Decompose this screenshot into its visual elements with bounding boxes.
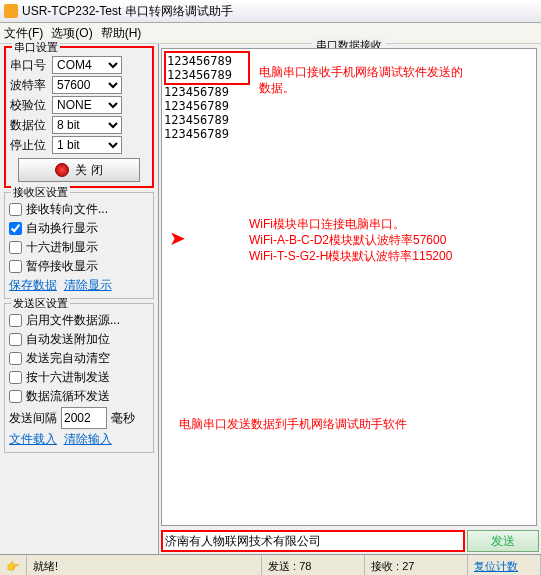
rx-settings-group: 接收区设置 接收转向文件...自动换行显示十六进制显示暂停接收显示 保存数据 清… (4, 192, 154, 299)
app-icon (4, 4, 18, 18)
menu-options[interactable]: 选项(O) (51, 25, 92, 42)
tx-settings-group: 发送区设置 启用文件数据源...自动发送附加位发送完自动清空按十六进制发送数据流… (4, 303, 154, 453)
serial-settings-group: 串口设置 串口号COM4 波特率57600 校验位NONE 数据位8 bit 停… (4, 46, 154, 188)
rx-data-area[interactable]: 123456789123456789 123456789123456789123… (161, 48, 537, 526)
reset-count-link[interactable]: 复位计数 (468, 555, 541, 575)
parity-label: 校验位 (10, 97, 48, 114)
rx-opt-label: 自动换行显示 (26, 220, 98, 237)
interval-input[interactable] (61, 407, 107, 429)
menu-help[interactable]: 帮助(H) (101, 25, 142, 42)
rx-opt-label: 十六进制显示 (26, 239, 98, 256)
rx-opt-checkbox[interactable] (9, 203, 22, 216)
menu-file[interactable]: 文件(F) (4, 25, 43, 42)
rx-opt-checkbox[interactable] (9, 222, 22, 235)
rx-line: 123456789 (164, 99, 534, 113)
clear-display-link[interactable]: 清除显示 (64, 278, 112, 292)
tx-opt-checkbox[interactable] (9, 390, 22, 403)
group-title: 接收区设置 (11, 185, 70, 200)
menubar: 文件(F) 选项(O) 帮助(H) (0, 23, 541, 44)
annotation: 电脑串口发送数据到手机网络调试助手软件 (179, 416, 407, 432)
group-title: 发送区设置 (11, 296, 70, 311)
parity-select[interactable]: NONE (52, 96, 122, 114)
stop-label: 停止位 (10, 137, 48, 154)
arrow-icon: ➤ (169, 226, 186, 250)
tx-opt-label: 启用文件数据源... (26, 312, 120, 329)
tx-opt-checkbox[interactable] (9, 333, 22, 346)
status-ready: 就绪! (27, 555, 262, 575)
record-icon (55, 163, 69, 177)
tx-opt-label: 按十六进制发送 (26, 369, 110, 386)
tx-opt-label: 发送完自动清空 (26, 350, 110, 367)
annotation: WiFi模块串口连接电脑串口。WiFi-A-B-C-D2模块默认波特率57600… (249, 216, 452, 264)
close-port-button[interactable]: 关 闭 (18, 158, 140, 182)
port-select[interactable]: COM4 (52, 56, 122, 74)
data-select[interactable]: 8 bit (52, 116, 122, 134)
status-bar: 👉 就绪! 发送 : 78 接收 : 27 复位计数 (0, 554, 541, 575)
tx-opt-checkbox[interactable] (9, 371, 22, 384)
baud-select[interactable]: 57600 (52, 76, 122, 94)
rx-opt-label: 接收转向文件... (26, 201, 108, 218)
tx-opt-label: 数据流循环发送 (26, 388, 110, 405)
stop-select[interactable]: 1 bit (52, 136, 122, 154)
interval-label: 发送间隔 (9, 410, 57, 427)
file-load-link[interactable]: 文件载入 (9, 432, 57, 446)
window-title: USR-TCP232-Test 串口转网络调试助手 (22, 3, 233, 20)
tx-opt-checkbox[interactable] (9, 352, 22, 365)
rx-line: 123456789 (167, 54, 247, 68)
send-input[interactable] (161, 530, 465, 552)
titlebar: USR-TCP232-Test 串口转网络调试助手 (0, 0, 541, 23)
data-label: 数据位 (10, 117, 48, 134)
port-label: 串口号 (10, 57, 48, 74)
recv-count: 27 (402, 560, 414, 572)
rx-line: 123456789 (167, 68, 247, 82)
rx-opt-checkbox[interactable] (9, 241, 22, 254)
group-title: 串口设置 (12, 40, 60, 55)
clear-input-link[interactable]: 清除输入 (64, 432, 112, 446)
baud-label: 波特率 (10, 77, 48, 94)
rx-line: 123456789 (164, 127, 534, 141)
save-data-link[interactable]: 保存数据 (9, 278, 57, 292)
rx-opt-label: 暂停接收显示 (26, 258, 98, 275)
rx-opt-checkbox[interactable] (9, 260, 22, 273)
interval-unit: 毫秒 (111, 410, 135, 427)
send-button[interactable]: 发送 (467, 530, 539, 552)
tx-opt-label: 自动发送附加位 (26, 331, 110, 348)
sent-count: 78 (299, 560, 311, 572)
annotation: 电脑串口接收手机网络调试软件发送的数据。 (259, 64, 463, 96)
rx-line: 123456789 (164, 113, 534, 127)
tx-opt-checkbox[interactable] (9, 314, 22, 327)
